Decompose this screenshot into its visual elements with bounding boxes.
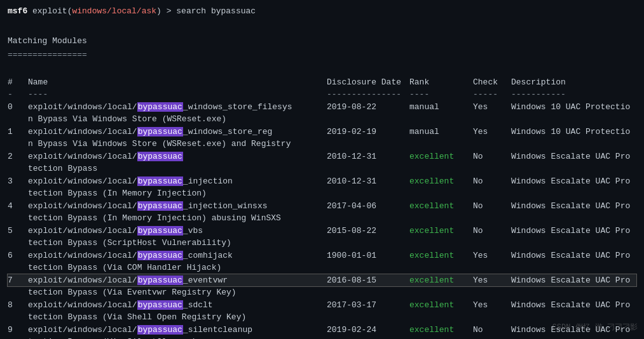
col-header-check: Check [473, 76, 511, 89]
cell-num: 0 [8, 101, 28, 114]
bypassuac-keyword: bypassuac [137, 226, 183, 236]
col-header-name: Name [28, 76, 327, 89]
table-row: 7exploit/windows/local/bypassuac_eventvw… [8, 274, 636, 299]
cell-name: exploit/windows/local/bypassuac_sdclt [28, 299, 327, 312]
cell-name-line2: tection Bypass (In Memory Injection) abu… [8, 212, 636, 225]
blank-line-1 [8, 18, 636, 30]
cell-name-line2: tection Bypass (Via Eventvwr Registry Ke… [8, 286, 636, 299]
cell-desc: Windows Escalate UAC Pro [511, 225, 636, 237]
separator: ================ [8, 49, 636, 62]
cell-desc: Windows Escalate UAC Pro [511, 274, 636, 287]
cell-desc: Windows Escalate UAC Pro [511, 200, 636, 213]
cell-check: Yes [473, 126, 511, 138]
table-row: 1exploit/windows/local/bypassuac_windows… [8, 126, 636, 150]
cell-name-line2: tection Bypass (Via SilentCleanup) [8, 336, 636, 339]
cell-name: exploit/windows/local/bypassuac_silentcl… [28, 324, 327, 336]
cell-name-line2: n Bypass Via Windows Store (WSReset.exe) [8, 113, 636, 126]
table-row: 4exploit/windows/local/bypassuac_injecti… [8, 200, 636, 225]
cell-rank: manual [409, 101, 473, 114]
cell-date: 2019-02-24 [327, 324, 409, 336]
cell-name-line2: tection Bypass (ScriptHost Vulnerability… [8, 237, 636, 249]
cell-name-line2: tection Bypass (Via COM Handler Hijack) [8, 262, 636, 274]
cell-date: 2017-04-06 [327, 200, 409, 213]
bypassuac-keyword: bypassuac [137, 176, 183, 186]
cell-check: Yes [473, 101, 511, 114]
table-row: 3exploit/windows/local/bypassuac_injecti… [8, 175, 636, 200]
col-under-date: --------------- [327, 88, 409, 101]
table-row: 6exploit/windows/local/bypassuac_comhija… [8, 249, 636, 274]
cell-desc: Windows Escalate UAC Pro [511, 150, 636, 163]
cell-date: 2016-08-15 [327, 274, 409, 287]
cell-desc: Windows Escalate UAC Pro [511, 249, 636, 262]
table-row: 8exploit/windows/local/bypassuac_sdclt20… [8, 299, 636, 324]
cell-date: 2019-08-22 [327, 101, 409, 114]
cell-rank: excellent [409, 299, 473, 312]
col-header-date: Disclosure Date [327, 76, 409, 89]
cell-rank: excellent [409, 274, 473, 287]
cell-date: 1900-01-01 [327, 249, 409, 262]
cell-name: exploit/windows/local/bypassuac_vbs [28, 225, 327, 237]
cell-date: 2010-12-31 [327, 150, 409, 163]
cell-check: No [473, 324, 511, 336]
cell-num: 9 [8, 324, 28, 336]
bypassuac-keyword: bypassuac [137, 127, 183, 136]
cell-check: No [473, 175, 511, 188]
cell-num: 7 [8, 274, 28, 287]
cell-rank: excellent [409, 249, 473, 262]
cell-num: 4 [8, 200, 28, 213]
table-row: 5exploit/windows/local/bypassuac_vbs2015… [8, 225, 636, 249]
cell-date: 2010-12-31 [327, 175, 409, 188]
col-under-check: ----- [473, 88, 511, 101]
table-header: # Name Disclosure Date Rank Check Descri… [8, 76, 636, 89]
cell-name-line2: tection Bypass [8, 163, 636, 175]
cell-check: Yes [473, 299, 511, 312]
cell-check: No [473, 200, 511, 213]
table-body: 0exploit/windows/local/bypassuac_windows… [8, 101, 636, 340]
cell-check: Yes [473, 249, 511, 262]
cell-name: exploit/windows/local/bypassuac_injectio… [28, 200, 327, 213]
cell-num: 1 [8, 126, 28, 138]
cell-rank: excellent [409, 150, 473, 163]
cell-check: Yes [473, 274, 511, 287]
cell-name: exploit/windows/local/bypassuac_windows_… [28, 126, 327, 138]
table-row: 2exploit/windows/local/bypassuac2010-12-… [8, 150, 636, 175]
cell-name: exploit/windows/local/bypassuac [28, 150, 327, 163]
cell-num: 5 [8, 225, 28, 237]
cell-name: exploit/windows/local/bypassuac_injectio… [28, 175, 327, 188]
cell-name: exploit/windows/local/bypassuac_windows_… [28, 101, 327, 114]
bypassuac-keyword: bypassuac [137, 102, 183, 112]
cell-num: 3 [8, 175, 28, 188]
col-under-name: ---- [28, 88, 327, 101]
bypassuac-keyword: bypassuac [137, 152, 183, 161]
msf-prompt: msf6 [8, 6, 27, 16]
table-header-underline: - ---- --------------- ---- ----- ------… [8, 88, 636, 101]
cell-rank: excellent [409, 225, 473, 237]
prompt-line: msf6 exploit(windows/local/ask) > search… [8, 5, 636, 18]
cell-name-line2: tection Bypass (Via Shell Open Registry … [8, 311, 636, 324]
col-header-desc: Description [511, 76, 636, 89]
blank-line-2 [8, 63, 636, 76]
bypassuac-keyword: bypassuac [137, 276, 183, 285]
module-path: exploit(windows/local/ask) [27, 6, 161, 16]
cell-name: exploit/windows/local/bypassuac_comhijac… [28, 249, 327, 262]
cell-check: No [473, 225, 511, 237]
cell-date: 2019-02-19 [327, 126, 409, 138]
cell-name-line2: n Bypass Via Windows Store (WSReset.exe)… [8, 138, 636, 150]
col-under-rank: ---- [409, 88, 473, 101]
bypassuac-keyword: bypassuac [137, 300, 183, 310]
terminal: msf6 exploit(windows/local/ask) > search… [8, 5, 636, 339]
cell-date: 2017-03-17 [327, 299, 409, 312]
col-under-desc: ----------- [511, 88, 636, 101]
cell-name-line2: tection Bypass (In Memory Injection) [8, 187, 636, 200]
cell-desc: Windows 10 UAC Protectio [511, 101, 636, 114]
cell-name: exploit/windows/local/bypassuac_eventvwr [28, 274, 327, 287]
cell-num: 2 [8, 150, 28, 163]
cell-date: 2015-08-22 [327, 225, 409, 237]
watermark: CSDN 倒忆 游 刁刁刁影 [552, 322, 638, 333]
col-header-rank: Rank [409, 76, 473, 89]
cell-desc: Windows Escalate UAC Pro [511, 299, 636, 312]
table-row: 9exploit/windows/local/bypassuac_silentc… [8, 324, 636, 340]
col-under-num: - [8, 88, 28, 101]
cell-check: No [473, 150, 511, 163]
cell-rank: manual [409, 126, 473, 138]
